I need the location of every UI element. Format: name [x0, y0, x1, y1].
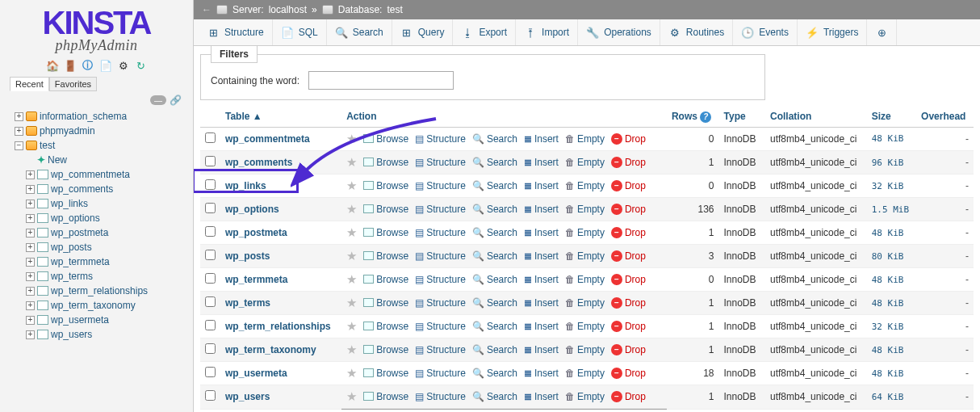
- expand-icon[interactable]: +: [26, 229, 35, 238]
- row-checkbox[interactable]: [205, 343, 216, 354]
- table-name-link[interactable]: wp_postmeta: [225, 227, 287, 238]
- expand-icon[interactable]: +: [26, 170, 35, 179]
- structure-link[interactable]: ▤ Structure: [415, 180, 466, 191]
- tree-new[interactable]: ✦ New: [26, 153, 190, 167]
- tree-table[interactable]: + wp_commentmeta: [26, 167, 190, 182]
- structure-link[interactable]: ▤ Structure: [415, 344, 466, 355]
- docs-icon[interactable]: ⓘ: [82, 59, 94, 72]
- drop-link[interactable]: − Drop: [611, 344, 646, 355]
- expand-icon[interactable]: +: [26, 272, 35, 281]
- tree-db[interactable]: + information_schema: [15, 109, 190, 124]
- nav-search[interactable]: 🔍Search: [327, 19, 392, 45]
- insert-link[interactable]: ≣ Insert: [524, 274, 559, 285]
- collapse-panel-icon[interactable]: —: [150, 95, 166, 105]
- browse-link[interactable]: Browse: [363, 250, 408, 262]
- structure-link[interactable]: ▤ Structure: [415, 227, 466, 238]
- expand-icon[interactable]: +: [15, 127, 23, 136]
- search-link[interactable]: 🔍 Search: [472, 321, 517, 332]
- tree-table[interactable]: + wp_options: [26, 211, 190, 225]
- drop-link[interactable]: − Drop: [611, 321, 646, 332]
- browse-link[interactable]: Browse: [363, 297, 408, 309]
- table-name-link[interactable]: wp_term_relationships: [225, 321, 331, 332]
- home-icon[interactable]: 🏠: [46, 59, 59, 72]
- empty-link[interactable]: 🗑 Empty: [565, 157, 605, 168]
- nav-routines[interactable]: ⚙Routines: [660, 19, 733, 45]
- insert-link[interactable]: ≣ Insert: [524, 157, 559, 168]
- db-link[interactable]: test: [387, 4, 402, 15]
- browse-link[interactable]: Browse: [363, 368, 408, 379]
- tree-db[interactable]: − test: [15, 138, 190, 153]
- search-link[interactable]: 🔍 Search: [472, 133, 517, 145]
- drop-link[interactable]: − Drop: [611, 227, 646, 238]
- help-rows-icon[interactable]: ?: [700, 111, 711, 123]
- structure-link[interactable]: ▤ Structure: [415, 274, 466, 285]
- tree-db[interactable]: + phpmyadmin: [15, 124, 190, 138]
- expand-icon[interactable]: +: [26, 243, 35, 252]
- tree-table[interactable]: + wp_comments: [26, 182, 190, 196]
- row-checkbox[interactable]: [205, 226, 216, 237]
- tree-table[interactable]: + wp_posts: [26, 240, 190, 254]
- insert-link[interactable]: ≣ Insert: [524, 344, 559, 355]
- table-name-link[interactable]: wp_termmeta: [225, 274, 287, 285]
- table-name-link[interactable]: wp_links: [225, 180, 266, 191]
- search-link[interactable]: 🔍 Search: [472, 227, 517, 238]
- table-name-link[interactable]: wp_usermeta: [225, 368, 287, 379]
- empty-link[interactable]: 🗑 Empty: [565, 391, 605, 402]
- favorite-icon[interactable]: ★: [346, 225, 357, 240]
- structure-link[interactable]: ▤ Structure: [415, 250, 466, 262]
- col-type[interactable]: Type: [719, 107, 766, 127]
- empty-link[interactable]: 🗑 Empty: [565, 368, 605, 379]
- favorite-icon[interactable]: ★: [346, 202, 357, 217]
- tab-recent[interactable]: Recent: [10, 77, 49, 91]
- insert-link[interactable]: ≣ Insert: [524, 368, 559, 379]
- structure-link[interactable]: ▤ Structure: [415, 368, 466, 379]
- insert-link[interactable]: ≣ Insert: [524, 391, 559, 402]
- browse-link[interactable]: Browse: [363, 391, 408, 402]
- insert-link[interactable]: ≣ Insert: [524, 250, 559, 262]
- col-table[interactable]: Table ▲: [225, 111, 262, 122]
- empty-link[interactable]: 🗑 Empty: [565, 227, 605, 238]
- row-checkbox[interactable]: [205, 320, 216, 330]
- favorite-icon[interactable]: ★: [346, 343, 357, 357]
- favorite-icon[interactable]: ★: [346, 296, 357, 310]
- drop-link[interactable]: − Drop: [611, 368, 646, 379]
- nav-query[interactable]: ⊞Query: [392, 19, 454, 45]
- row-checkbox[interactable]: [205, 132, 216, 143]
- row-checkbox[interactable]: [205, 250, 216, 260]
- expand-icon[interactable]: +: [26, 301, 35, 310]
- browse-link[interactable]: Browse: [363, 133, 408, 145]
- drop-link[interactable]: − Drop: [611, 180, 646, 191]
- search-link[interactable]: 🔍 Search: [472, 274, 517, 285]
- tree-table[interactable]: + wp_links: [26, 196, 190, 211]
- tab-favorites[interactable]: Favorites: [49, 77, 97, 91]
- favorite-icon[interactable]: ★: [346, 319, 357, 334]
- row-checkbox[interactable]: [205, 296, 216, 307]
- table-name-link[interactable]: wp_terms: [225, 297, 270, 309]
- structure-link[interactable]: ▤ Structure: [415, 204, 466, 215]
- search-link[interactable]: 🔍 Search: [472, 368, 517, 379]
- server-link[interactable]: localhost: [269, 4, 307, 15]
- drop-link[interactable]: − Drop: [611, 297, 646, 309]
- structure-link[interactable]: ▤ Structure: [415, 321, 466, 332]
- search-link[interactable]: 🔍 Search: [472, 180, 517, 191]
- expand-icon[interactable]: +: [26, 330, 35, 339]
- left-arrow-icon[interactable]: ←: [202, 4, 211, 15]
- tree-table[interactable]: + wp_users: [26, 327, 190, 342]
- nav-structure[interactable]: ⊞Structure: [199, 19, 273, 45]
- empty-link[interactable]: 🗑 Empty: [565, 297, 605, 309]
- search-link[interactable]: 🔍 Search: [472, 250, 517, 262]
- favorite-icon[interactable]: ★: [346, 389, 357, 404]
- expand-icon[interactable]: −: [15, 141, 23, 150]
- empty-link[interactable]: 🗑 Empty: [565, 344, 605, 355]
- reload-icon[interactable]: ↻: [135, 59, 148, 72]
- insert-link[interactable]: ≣ Insert: [524, 227, 559, 238]
- insert-link[interactable]: ≣ Insert: [524, 180, 559, 191]
- insert-link[interactable]: ≣ Insert: [524, 133, 559, 145]
- tree-table[interactable]: + wp_postmeta: [26, 225, 190, 240]
- settings-icon[interactable]: ⚙: [117, 59, 130, 72]
- drop-link[interactable]: − Drop: [611, 204, 646, 215]
- favorite-icon[interactable]: ★: [346, 249, 357, 263]
- favorite-icon[interactable]: ★: [346, 132, 357, 146]
- browse-link[interactable]: Browse: [363, 204, 408, 215]
- favorite-icon[interactable]: ★: [346, 155, 357, 170]
